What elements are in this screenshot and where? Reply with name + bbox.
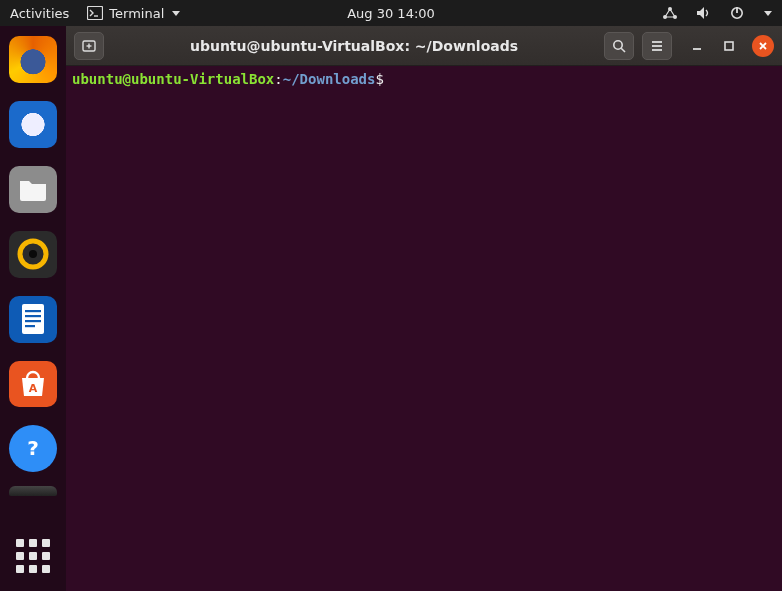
- svg-rect-10: [25, 310, 41, 312]
- dock-app-help[interactable]: ?: [9, 425, 57, 472]
- hamburger-icon: [649, 38, 665, 54]
- svg-line-20: [621, 48, 625, 52]
- search-icon: [611, 38, 627, 54]
- prompt-separator: :: [274, 71, 282, 87]
- document-icon: [19, 302, 47, 336]
- maximize-icon: [723, 40, 735, 52]
- datetime-label: Aug 30 14:00: [347, 6, 435, 21]
- terminal-body[interactable]: ubuntu@ubuntu-VirtualBox:~/Downloads$: [66, 66, 782, 591]
- gnome-top-panel: Activities Terminal Aug 30 14:00: [0, 0, 782, 26]
- prompt-path: ~/Downloads: [283, 71, 376, 87]
- system-menu-caret[interactable]: [758, 11, 776, 16]
- svg-rect-25: [725, 42, 733, 50]
- prompt-symbol: $: [375, 71, 383, 87]
- svg-text:A: A: [29, 382, 38, 395]
- hamburger-menu-button[interactable]: [642, 32, 672, 60]
- svg-rect-13: [25, 325, 35, 327]
- terminal-window: ubuntu@ubuntu-VirtualBox: ~/Downloads ub…: [66, 26, 782, 591]
- terminal-icon: [87, 6, 103, 20]
- minimize-icon: [691, 40, 703, 52]
- dock-app-libreoffice-writer[interactable]: [9, 296, 57, 343]
- volume-icon: [696, 6, 712, 20]
- activities-button[interactable]: Activities: [6, 6, 73, 21]
- close-icon: [757, 40, 769, 52]
- window-title: ubuntu@ubuntu-VirtualBox: ~/Downloads: [112, 38, 596, 54]
- svg-text:?: ?: [27, 436, 39, 460]
- chevron-down-icon: [172, 11, 180, 16]
- prompt-user-host: ubuntu@ubuntu-VirtualBox: [72, 71, 274, 87]
- maximize-button[interactable]: [720, 37, 738, 55]
- shopping-bag-icon: A: [16, 368, 50, 400]
- dock-app-thunderbird[interactable]: [9, 101, 57, 148]
- dock-app-files[interactable]: [9, 166, 57, 213]
- power-icon: [730, 6, 744, 20]
- new-tab-button[interactable]: [74, 32, 104, 60]
- ubuntu-dock: A ?: [0, 26, 66, 591]
- svg-point-19: [614, 40, 622, 48]
- minimize-button[interactable]: [688, 37, 706, 55]
- new-tab-icon: [81, 38, 97, 54]
- svg-rect-12: [25, 320, 41, 322]
- power-indicator[interactable]: [726, 6, 748, 20]
- svg-point-8: [29, 250, 37, 258]
- volume-indicator[interactable]: [692, 6, 716, 20]
- svg-rect-11: [25, 315, 41, 317]
- dock-app-rhythmbox[interactable]: [9, 231, 57, 278]
- network-icon: [662, 6, 678, 20]
- dock-drawer-handle[interactable]: [9, 486, 57, 496]
- speaker-icon: [16, 237, 50, 271]
- folder-icon: [18, 177, 48, 201]
- app-menu-label: Terminal: [109, 6, 164, 21]
- clock[interactable]: Aug 30 14:00: [343, 6, 439, 21]
- dock-app-ubuntu-software[interactable]: A: [9, 361, 57, 408]
- question-icon: ?: [20, 436, 46, 462]
- search-button[interactable]: [604, 32, 634, 60]
- terminal-titlebar[interactable]: ubuntu@ubuntu-VirtualBox: ~/Downloads: [66, 26, 782, 66]
- svg-rect-0: [88, 7, 103, 20]
- dock-app-firefox[interactable]: [9, 36, 57, 83]
- network-indicator[interactable]: [658, 6, 682, 20]
- show-applications-button[interactable]: [9, 532, 57, 579]
- chevron-down-icon: [764, 11, 772, 16]
- app-menu[interactable]: Terminal: [83, 6, 184, 21]
- svg-rect-9: [22, 304, 44, 334]
- activities-label: Activities: [10, 6, 69, 21]
- close-button[interactable]: [752, 35, 774, 57]
